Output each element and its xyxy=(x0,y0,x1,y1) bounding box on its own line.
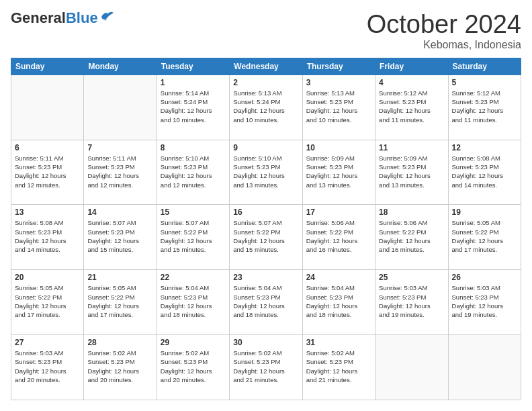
day-number: 1 xyxy=(161,78,226,87)
weekday-header: Tuesday xyxy=(157,58,229,75)
day-number: 11 xyxy=(379,143,444,152)
calendar-cell: 10Sunrise: 5:09 AMSunset: 5:23 PMDayligh… xyxy=(302,140,375,205)
calendar-week-row: 27Sunrise: 5:03 AMSunset: 5:23 PMDayligh… xyxy=(11,335,521,400)
calendar-cell: 17Sunrise: 5:06 AMSunset: 5:22 PMDayligh… xyxy=(302,205,375,270)
cell-text: Sunrise: 5:03 AMSunset: 5:23 PMDaylight:… xyxy=(379,283,444,319)
cell-text: Sunrise: 5:05 AMSunset: 5:22 PMDaylight:… xyxy=(87,283,152,319)
calendar-cell: 15Sunrise: 5:07 AMSunset: 5:22 PMDayligh… xyxy=(157,205,229,270)
calendar-cell: 5Sunrise: 5:12 AMSunset: 5:23 PMDaylight… xyxy=(448,75,521,140)
logo: GeneralBlue xyxy=(11,11,115,26)
calendar-cell: 16Sunrise: 5:07 AMSunset: 5:22 PMDayligh… xyxy=(230,205,302,270)
cell-text: Sunrise: 5:14 AMSunset: 5:24 PMDaylight:… xyxy=(161,89,226,124)
calendar-cell: 25Sunrise: 5:03 AMSunset: 5:23 PMDayligh… xyxy=(375,270,448,335)
day-number: 27 xyxy=(15,338,80,347)
cell-text: Sunrise: 5:03 AMSunset: 5:23 PMDaylight:… xyxy=(15,349,80,384)
calendar-cell: 29Sunrise: 5:02 AMSunset: 5:23 PMDayligh… xyxy=(157,335,229,400)
day-number: 2 xyxy=(233,78,298,87)
cell-text: Sunrise: 5:05 AMSunset: 5:22 PMDaylight:… xyxy=(15,283,80,319)
cell-text: Sunrise: 5:10 AMSunset: 5:23 PMDaylight:… xyxy=(233,154,298,189)
calendar-cell: 21Sunrise: 5:05 AMSunset: 5:22 PMDayligh… xyxy=(84,270,157,335)
cell-text: Sunrise: 5:13 AMSunset: 5:24 PMDaylight:… xyxy=(233,89,298,124)
day-number: 26 xyxy=(452,273,517,282)
calendar: SundayMondayTuesdayWednesdayThursdayFrid… xyxy=(11,58,521,400)
cell-text: Sunrise: 5:07 AMSunset: 5:23 PMDaylight:… xyxy=(87,218,152,254)
calendar-cell: 27Sunrise: 5:03 AMSunset: 5:23 PMDayligh… xyxy=(11,335,84,400)
calendar-cell: 8Sunrise: 5:10 AMSunset: 5:23 PMDaylight… xyxy=(157,140,229,205)
day-number: 3 xyxy=(306,78,371,87)
cell-text: Sunrise: 5:07 AMSunset: 5:22 PMDaylight:… xyxy=(161,218,226,254)
day-number: 9 xyxy=(233,143,298,152)
day-number: 16 xyxy=(233,208,298,217)
weekday-header: Monday xyxy=(84,58,157,75)
calendar-cell xyxy=(11,75,84,140)
weekday-header: Saturday xyxy=(448,58,521,75)
day-number: 28 xyxy=(87,338,152,347)
cell-text: Sunrise: 5:08 AMSunset: 5:23 PMDaylight:… xyxy=(452,154,517,189)
cell-text: Sunrise: 5:04 AMSunset: 5:23 PMDaylight:… xyxy=(233,283,298,319)
calendar-cell: 9Sunrise: 5:10 AMSunset: 5:23 PMDaylight… xyxy=(230,140,302,205)
cell-text: Sunrise: 5:12 AMSunset: 5:23 PMDaylight:… xyxy=(452,89,517,124)
calendar-cell: 11Sunrise: 5:09 AMSunset: 5:23 PMDayligh… xyxy=(375,140,448,205)
day-number: 12 xyxy=(452,143,517,152)
calendar-cell: 28Sunrise: 5:02 AMSunset: 5:23 PMDayligh… xyxy=(84,335,157,400)
month-title: October 2024 xyxy=(367,11,521,39)
day-number: 25 xyxy=(379,273,444,282)
day-number: 23 xyxy=(233,273,298,282)
cell-text: Sunrise: 5:03 AMSunset: 5:23 PMDaylight:… xyxy=(452,283,517,319)
day-number: 21 xyxy=(87,273,152,282)
logo-general: General xyxy=(11,9,66,26)
calendar-cell: 24Sunrise: 5:04 AMSunset: 5:23 PMDayligh… xyxy=(302,270,375,335)
location: Kebomas, Indonesia xyxy=(367,39,521,51)
cell-text: Sunrise: 5:02 AMSunset: 5:23 PMDaylight:… xyxy=(233,349,298,384)
calendar-cell xyxy=(84,75,157,140)
weekday-header: Friday xyxy=(375,58,448,75)
calendar-cell: 12Sunrise: 5:08 AMSunset: 5:23 PMDayligh… xyxy=(448,140,521,205)
calendar-cell: 2Sunrise: 5:13 AMSunset: 5:24 PMDaylight… xyxy=(230,75,302,140)
cell-text: Sunrise: 5:12 AMSunset: 5:23 PMDaylight:… xyxy=(379,89,444,124)
calendar-cell: 20Sunrise: 5:05 AMSunset: 5:22 PMDayligh… xyxy=(11,270,84,335)
page: GeneralBlue October 2024 Kebomas, Indone… xyxy=(0,0,532,411)
calendar-cell: 3Sunrise: 5:13 AMSunset: 5:23 PMDaylight… xyxy=(302,75,375,140)
calendar-cell: 19Sunrise: 5:05 AMSunset: 5:22 PMDayligh… xyxy=(448,205,521,270)
cell-text: Sunrise: 5:07 AMSunset: 5:22 PMDaylight:… xyxy=(233,218,298,254)
cell-text: Sunrise: 5:02 AMSunset: 5:23 PMDaylight:… xyxy=(161,349,226,384)
calendar-week-row: 6Sunrise: 5:11 AMSunset: 5:23 PMDaylight… xyxy=(11,140,521,205)
day-number: 31 xyxy=(306,338,371,347)
cell-text: Sunrise: 5:11 AMSunset: 5:23 PMDaylight:… xyxy=(87,154,152,189)
day-number: 15 xyxy=(161,208,226,217)
cell-text: Sunrise: 5:08 AMSunset: 5:23 PMDaylight:… xyxy=(15,218,80,254)
calendar-cell: 7Sunrise: 5:11 AMSunset: 5:23 PMDaylight… xyxy=(84,140,157,205)
cell-text: Sunrise: 5:09 AMSunset: 5:23 PMDaylight:… xyxy=(379,154,444,189)
calendar-cell: 14Sunrise: 5:07 AMSunset: 5:23 PMDayligh… xyxy=(84,205,157,270)
day-number: 4 xyxy=(379,78,444,87)
cell-text: Sunrise: 5:04 AMSunset: 5:23 PMDaylight:… xyxy=(306,283,371,319)
day-number: 13 xyxy=(15,208,80,217)
logo-text: GeneralBlue xyxy=(11,11,98,26)
day-number: 17 xyxy=(306,208,371,217)
day-number: 8 xyxy=(161,143,226,152)
cell-text: Sunrise: 5:02 AMSunset: 5:23 PMDaylight:… xyxy=(306,349,371,384)
day-number: 29 xyxy=(161,338,226,347)
cell-text: Sunrise: 5:06 AMSunset: 5:22 PMDaylight:… xyxy=(379,218,444,254)
day-number: 24 xyxy=(306,273,371,282)
calendar-week-row: 1Sunrise: 5:14 AMSunset: 5:24 PMDaylight… xyxy=(11,75,521,140)
day-number: 18 xyxy=(379,208,444,217)
weekday-header: Thursday xyxy=(302,58,375,75)
cell-text: Sunrise: 5:02 AMSunset: 5:23 PMDaylight:… xyxy=(87,349,152,384)
logo-bird-icon xyxy=(100,10,115,22)
day-number: 14 xyxy=(87,208,152,217)
calendar-cell: 18Sunrise: 5:06 AMSunset: 5:22 PMDayligh… xyxy=(375,205,448,270)
cell-text: Sunrise: 5:04 AMSunset: 5:23 PMDaylight:… xyxy=(161,283,226,319)
cell-text: Sunrise: 5:13 AMSunset: 5:23 PMDaylight:… xyxy=(306,89,371,124)
calendar-cell xyxy=(375,335,448,400)
weekday-header: Sunday xyxy=(11,58,84,75)
day-number: 19 xyxy=(452,208,517,217)
cell-text: Sunrise: 5:10 AMSunset: 5:23 PMDaylight:… xyxy=(161,154,226,189)
day-number: 7 xyxy=(87,143,152,152)
calendar-cell: 1Sunrise: 5:14 AMSunset: 5:24 PMDaylight… xyxy=(157,75,229,140)
calendar-cell: 31Sunrise: 5:02 AMSunset: 5:23 PMDayligh… xyxy=(302,335,375,400)
title-block: October 2024 Kebomas, Indonesia xyxy=(367,11,521,51)
day-number: 6 xyxy=(15,143,80,152)
calendar-cell xyxy=(448,335,521,400)
weekday-header: Wednesday xyxy=(230,58,302,75)
